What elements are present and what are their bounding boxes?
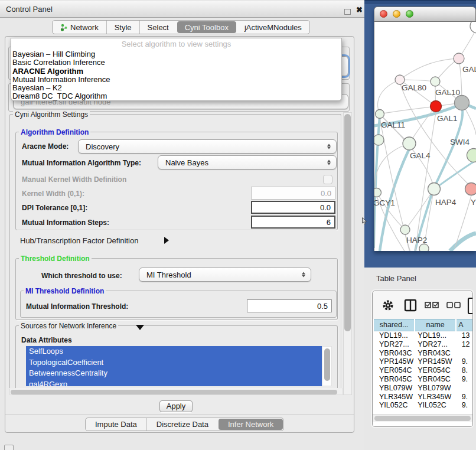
network-node[interactable] xyxy=(400,225,410,234)
tab-jactivemnodules[interactable]: jActiveMNodules xyxy=(237,21,309,34)
close-traffic-light[interactable] xyxy=(380,10,387,18)
file-icon[interactable] xyxy=(468,298,473,314)
deselect-all-icon[interactable] xyxy=(447,302,460,308)
mit-field[interactable]: 0.5 xyxy=(247,299,332,312)
network-canvas[interactable]: GAL7GAL80GAL10GAL1GAL11SWI4GAL4GCY1HAP4Y… xyxy=(374,22,476,251)
network-node[interactable] xyxy=(467,149,476,162)
table-cell: 12 xyxy=(462,340,472,349)
kernel-width-field[interactable]: 0.0 xyxy=(251,187,335,200)
attr-list-scrollbar[interactable] xyxy=(322,346,332,386)
hub-expand-arrow-icon[interactable] xyxy=(164,237,169,244)
attribute-item[interactable]: gal4RGexp xyxy=(26,379,322,386)
table-cell: YDR27... xyxy=(379,340,418,349)
sources-collapse-arrow-icon[interactable] xyxy=(136,325,144,330)
table-row[interactable]: YLR345WYLR345W9. xyxy=(373,393,472,402)
hub-definition-label[interactable]: Hub/Transcription Factor Definition xyxy=(20,236,138,245)
network-node-label: HAP2 xyxy=(406,236,427,244)
dock-mini-button[interactable] xyxy=(4,445,14,450)
network-node[interactable] xyxy=(428,183,441,195)
data-attributes-label: Data Attributes xyxy=(21,336,72,344)
bottom-tab-impute-data[interactable]: Impute Data xyxy=(86,418,146,431)
algorithm-dropdown-hint: Select algorithm to view settings xyxy=(11,38,341,50)
which-threshold-combobox[interactable]: MI Threshold xyxy=(139,268,311,282)
aracne-mode-label: Aracne Mode: xyxy=(22,142,69,151)
algorithm-definition-title: Algorithm Definition xyxy=(19,128,90,136)
table-cell: 9. xyxy=(462,357,472,366)
table-column-header[interactable]: shared... xyxy=(374,319,414,331)
dpi-tolerance-field[interactable]: 0.0 xyxy=(251,201,335,214)
table-column-header[interactable]: name xyxy=(415,319,455,331)
settings-horizontal-scrollbar[interactable] xyxy=(9,389,343,395)
bottom-tab-infer-network[interactable]: Infer Network xyxy=(219,419,283,430)
network-node-label: GAL4 xyxy=(410,151,431,160)
sources-title: Sources for Network Inference xyxy=(19,322,118,330)
network-node[interactable] xyxy=(470,22,476,33)
desktop-top-edge2 xyxy=(364,1,476,4)
table-row[interactable]: YDL19...YDL19...13 xyxy=(373,331,472,340)
table-cell: YPR145W xyxy=(418,357,461,366)
table-horizontal-scrollbar[interactable] xyxy=(373,414,472,422)
table-row[interactable]: YBR045CYBR045C9. xyxy=(373,375,472,384)
table-row[interactable]: YBR043CYBR043C xyxy=(373,349,472,358)
network-node[interactable] xyxy=(419,244,429,251)
table-cell: YIL052C xyxy=(418,401,461,410)
table-row[interactable]: YER054CYER054C8. xyxy=(373,366,472,375)
select-all-icon[interactable] xyxy=(425,302,438,308)
split-panel-icon[interactable] xyxy=(405,300,416,311)
manual-kernel-checkbox[interactable] xyxy=(323,175,332,184)
algorithm-option[interactable]: Bayesian – Hill Climbing xyxy=(11,50,341,58)
network-node[interactable] xyxy=(455,96,470,110)
network-node[interactable] xyxy=(374,135,384,145)
minimize-traffic-light[interactable] xyxy=(393,10,400,18)
network-node[interactable] xyxy=(376,110,384,119)
algorithm-option[interactable]: Bayesian – K2 xyxy=(11,84,341,92)
tab-network[interactable]: Network xyxy=(53,21,106,34)
settings-vertical-scrollbar[interactable] xyxy=(343,112,352,395)
table-row[interactable]: YDR27...YDR27...12 xyxy=(373,340,472,349)
algorithm-option[interactable]: Mutual Information Inference xyxy=(11,76,341,84)
control-panel-titlebar xyxy=(0,1,364,18)
float-window-icon[interactable] xyxy=(344,9,351,15)
algorithm-option[interactable]: ARACNE Algorithm xyxy=(11,67,341,76)
table-cell: YER054C xyxy=(379,366,418,375)
mi-type-value: Naive Bayes xyxy=(165,158,208,167)
network-node[interactable] xyxy=(403,137,416,150)
close-icon[interactable]: ✖ xyxy=(356,5,363,14)
table-row[interactable]: YBL079WYBL079W xyxy=(373,384,472,393)
mi-type-combobox[interactable]: Naive Bayes xyxy=(158,155,337,169)
mit-label: Mutual Information Threshold: xyxy=(26,302,128,311)
tab-cyni-toolbox[interactable]: Cyni Toolbox xyxy=(177,21,236,33)
zoom-traffic-light[interactable] xyxy=(406,10,413,18)
network-node[interactable] xyxy=(465,183,476,195)
network-node[interactable] xyxy=(431,101,442,112)
table-cell: YIL052C xyxy=(379,401,418,410)
table-cell: YBL079W xyxy=(379,384,418,393)
table-row[interactable]: YPR145WYPR145W9. xyxy=(373,357,472,366)
tab-style[interactable]: Style xyxy=(106,21,139,34)
table-column-header[interactable]: A xyxy=(457,319,472,331)
network-node[interactable] xyxy=(374,188,382,197)
gear-icon[interactable] xyxy=(384,302,392,309)
bottom-tab-discretize-data[interactable]: Discretize Data xyxy=(146,418,218,431)
network-window-titlebar[interactable] xyxy=(374,6,476,22)
which-threshold-value: MI Threshold xyxy=(146,270,191,279)
dpi-tolerance-label: DPI Tolerance [0,1]: xyxy=(22,204,87,212)
network-node[interactable] xyxy=(454,53,464,64)
table-row[interactable]: YIL052CYIL052C9. xyxy=(373,401,472,410)
table-cell: 13 xyxy=(462,331,472,340)
aracne-mode-combobox[interactable]: Discovery xyxy=(78,139,337,154)
table-cell: 8. xyxy=(462,366,472,375)
algorithm-option[interactable]: Basic Correlation Inference xyxy=(11,58,341,67)
algorithm-option[interactable]: Dream8 DC_TDC Algorithm xyxy=(11,92,341,100)
tab-select[interactable]: Select xyxy=(139,21,177,34)
attribute-item[interactable]: BetweennessCentrality xyxy=(26,368,322,379)
data-attributes-list[interactable]: SelfLoopsTopologicalCoefficientBetweenne… xyxy=(26,346,332,386)
network-node[interactable] xyxy=(431,77,440,86)
attribute-item[interactable]: SelfLoops xyxy=(26,346,322,357)
attribute-item[interactable]: TopologicalCoefficient xyxy=(26,357,322,369)
apply-button[interactable]: Apply xyxy=(159,400,193,412)
table-cell: YER054C xyxy=(418,366,461,375)
mi-steps-field[interactable]: 6 xyxy=(251,216,335,229)
table-cell xyxy=(462,384,472,393)
network-node-label: Y xyxy=(471,198,476,207)
